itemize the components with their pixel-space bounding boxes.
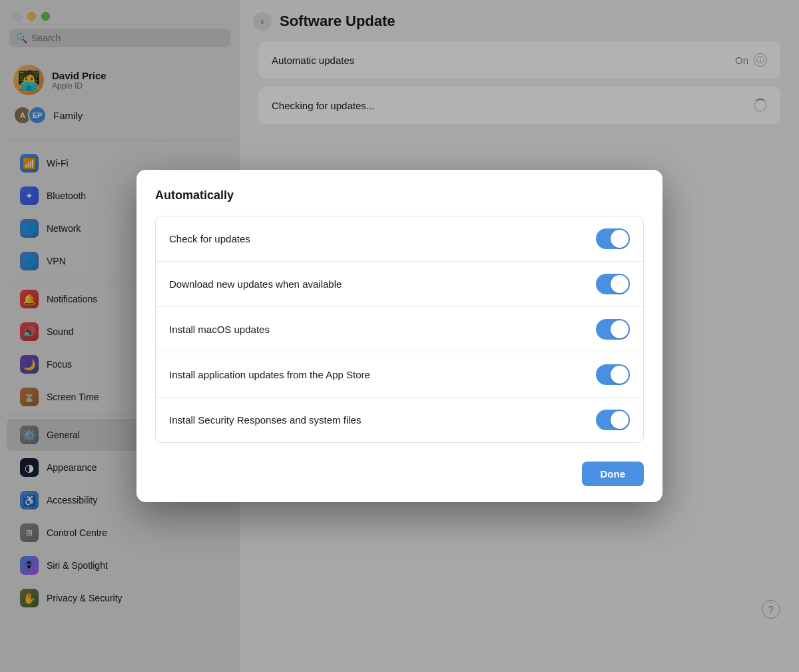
modal-overlay: Automatically Check for updates Download… [0,0,799,672]
toggle-knob [611,230,629,248]
install-security-toggle[interactable] [596,410,630,430]
install-appstore-toggle[interactable] [596,364,630,385]
modal-footer: Done [155,462,644,486]
check-updates-toggle[interactable] [596,228,630,249]
modal-title: Automatically [155,188,644,202]
modal-row-download-updates: Download new updates when available [156,261,643,306]
modal-row-check-updates: Check for updates [156,216,643,261]
modal-rows: Check for updates Download new updates w… [155,216,644,443]
install-macos-toggle[interactable] [596,319,630,340]
main-window: 🔍 🧑‍💻 David Price Apple ID A EP Family [0,0,799,672]
toggle-knob-2 [611,275,629,293]
check-updates-label: Check for updates [169,233,250,244]
modal-dialog: Automatically Check for updates Download… [136,170,663,502]
modal-row-install-macos: Install macOS updates [156,306,643,352]
install-macos-label: Install macOS updates [169,324,270,335]
done-button[interactable]: Done [582,462,645,486]
modal-row-install-appstore: Install application updates from the App… [156,352,643,397]
toggle-knob-5 [611,411,629,429]
toggle-knob-4 [611,366,629,384]
install-appstore-label: Install application updates from the App… [169,369,370,380]
download-updates-toggle[interactable] [596,274,630,294]
toggle-knob-3 [611,320,629,338]
install-security-label: Install Security Responses and system fi… [169,414,361,426]
download-updates-label: Download new updates when available [169,278,342,290]
modal-row-install-security: Install Security Responses and system fi… [156,397,643,442]
